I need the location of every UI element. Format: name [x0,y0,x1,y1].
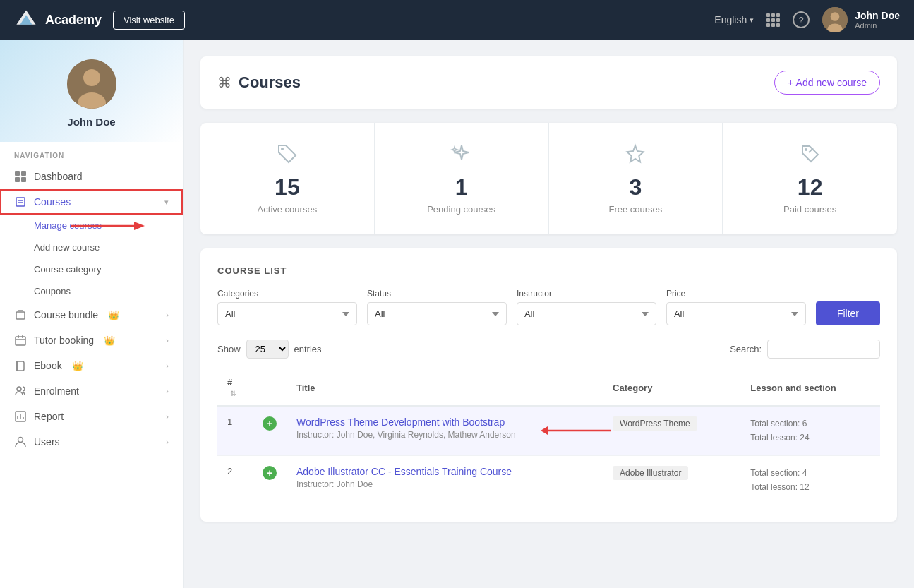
sparkle-icon [450,143,473,170]
table-head: # ⇅ Title Category Lesson and section [217,370,880,406]
visit-website-button[interactable]: Visit website [113,11,185,30]
sidebar-item-courses[interactable]: Courses ▾ [0,189,183,215]
course-arrow-indicator [541,422,611,439]
sidebar-item-report[interactable]: Report › [0,404,183,429]
user-name: John Doe [855,10,900,21]
instructor-label: Instructor [517,289,656,299]
col-add [253,370,287,406]
course-title-cell-2: Adobe Illustrator CC - Essentials Traini… [287,455,603,504]
course-title-cell-1: WordPress Theme Development with Bootstr… [287,406,603,455]
svg-rect-17 [16,337,25,345]
pending-courses-number: 1 [455,176,468,198]
svg-point-4 [83,69,100,86]
active-courses-label: Active courses [258,204,318,215]
layers-icon [14,309,27,320]
svg-marker-14 [134,222,145,230]
tutor-booking-chevron-icon: › [166,336,169,344]
active-courses-number: 15 [275,176,300,198]
price-select[interactable]: All [666,302,806,325]
show-entries: Show 25 50 100 entries [217,340,322,359]
course-link-1[interactable]: WordPress Theme Development with Bootstr… [296,416,505,428]
users-label: Users [34,436,60,448]
sidebar-item-course-bundle[interactable]: Course bundle 👑 › [0,302,183,328]
add-course-icon-2[interactable]: + [263,466,277,480]
sidebar-item-users[interactable]: Users › [0,429,183,455]
sidebar-subitem-course-category[interactable]: Course category [0,258,183,280]
help-icon[interactable]: ? [793,11,810,28]
sidebar-subitem-manage-courses[interactable]: Manage courses [0,215,183,236]
chevron-down-icon: ▾ [750,16,754,25]
language-label: English [714,14,747,25]
sidebar: John Doe NAVIGATION Dashboard [0,40,184,588]
svg-rect-7 [21,171,26,176]
instructor-filter: Instructor All [517,289,656,325]
instructor-select[interactable]: All [517,302,656,325]
svg-point-22 [17,387,21,391]
tag-icon [276,143,299,170]
status-select[interactable]: All [367,302,507,325]
categories-label: Categories [217,289,357,299]
entries-label: entries [294,344,322,354]
sort-icon[interactable]: ⇅ [230,390,236,397]
stat-free-courses: 3 Free courses [549,123,723,234]
courses-chevron-icon: ▾ [164,198,169,207]
add-new-course-button[interactable]: + Add new course [774,71,880,95]
user-menu[interactable]: John Doe Admin [822,7,900,32]
course-bundle-label: Course bundle [34,309,98,320]
logo: Academy [14,8,102,32]
free-courses-number: 3 [629,176,642,198]
report-chevron-icon: › [166,412,169,421]
lesson-cell-2: Total section: 4 Total lesson: 12 [740,455,880,504]
svg-point-1 [831,12,840,21]
paid-courses-label: Paid courses [783,204,836,215]
sidebar-subitem-add-new-course[interactable]: Add new course [0,236,183,258]
category-cell-1: WordPress Theme [603,406,740,455]
row-num-1: 1 [217,406,253,455]
show-label: Show [217,344,241,354]
dashboard-label: Dashboard [34,171,83,182]
category-badge-1: WordPress Theme [613,416,697,431]
add-course-icon-1[interactable]: + [263,416,277,431]
tutor-booking-label: Tutor booking [34,335,94,346]
manage-courses-arrow [71,217,148,234]
price-filter: Price All [666,289,806,325]
instructor-text-2: Instructor: John Doe [296,479,593,489]
course-link-2[interactable]: Adobe Illustrator CC - Essentials Traini… [296,466,512,477]
search-row: Search: [730,340,880,359]
users-icon [14,385,27,397]
app-title: Academy [45,13,102,28]
avatar [822,7,848,32]
categories-select[interactable]: All [217,302,357,325]
price-label: Price [666,289,806,299]
courses-page-icon: ⌘ [217,74,231,91]
entries-select[interactable]: 25 50 100 [246,340,289,359]
lesson-info-1: Total section: 6 Total lesson: 24 [750,416,870,445]
sidebar-profile: John Doe [0,40,183,142]
svg-line-30 [809,148,813,152]
row-num-2: 2 [217,455,253,504]
categories-filter: Categories All [217,289,357,325]
category-badge-2: Adobe Illustrator [613,466,688,480]
col-num: # ⇅ [217,370,253,406]
main-content: ⌘ Courses + Add new course 15 Active cou… [184,40,914,588]
col-lesson: Lesson and section [740,370,880,406]
enrolment-label: Enrolment [34,385,79,397]
col-title: Title [287,370,603,406]
sidebar-subitem-coupons[interactable]: Coupons [0,280,183,302]
sidebar-item-tutor-booking[interactable]: Tutor booking 👑 › [0,328,183,353]
filter-button[interactable]: Filter [816,301,880,325]
sidebar-item-dashboard[interactable]: Dashboard [0,164,183,189]
person-icon [14,436,27,448]
sidebar-item-ebook[interactable]: Ebook 👑 › [0,353,183,378]
course-list-section: COURSE LIST Categories All Status All In… [200,248,897,522]
nav-section-label: NAVIGATION [0,142,183,164]
course-list-title: COURSE LIST [217,265,880,276]
apps-grid-icon[interactable] [766,13,780,27]
sidebar-item-enrolment[interactable]: Enrolment › [0,378,183,404]
language-selector[interactable]: English ▾ [714,14,754,25]
page-title-row: ⌘ Courses [217,73,301,92]
search-input[interactable] [767,340,880,359]
svg-rect-15 [16,312,25,319]
svg-rect-9 [21,177,26,182]
add-btn-1: + [253,406,287,455]
